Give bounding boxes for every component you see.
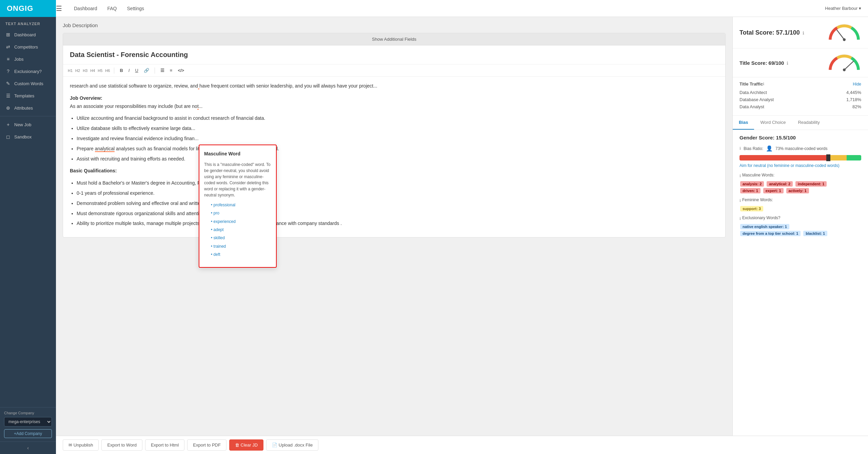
templates-icon: ☰ xyxy=(5,93,11,98)
synonym-adept[interactable]: adept xyxy=(211,226,271,233)
masculine-word-tag-1[interactable]: analysis: 2 xyxy=(740,181,764,187)
highlight-masculine[interactable] xyxy=(198,83,199,89)
show-fields-bar[interactable]: Show Additional Fields xyxy=(63,33,725,45)
masculine-word-tag-3[interactable]: independent: 1 xyxy=(795,181,827,187)
synonym-pro[interactable]: pro xyxy=(211,210,271,216)
sidebar-item-label: New Job xyxy=(14,122,32,127)
italic-button[interactable]: I xyxy=(127,67,131,74)
title-traffic-label: Title Traffic xyxy=(739,81,763,87)
upload-icon: 📄 xyxy=(272,442,277,448)
bias-bar-container xyxy=(739,155,861,160)
logo[interactable]: ONGIG xyxy=(0,0,56,17)
synonym-skilled[interactable]: skilled xyxy=(211,234,271,241)
total-score-label-area: Total Score: 57.1/100 ℹ xyxy=(739,29,804,36)
title-traffic-hide[interactable]: Hide xyxy=(853,82,861,87)
synonym-experienced[interactable]: experienced xyxy=(211,218,271,225)
h5-button[interactable]: H5 xyxy=(98,69,102,73)
exclusionary-info-icon[interactable]: ℹ xyxy=(739,216,741,221)
code-button[interactable]: </> xyxy=(176,67,185,74)
nav-faq[interactable]: FAQ xyxy=(107,6,117,11)
highlight-masculine-2[interactable]: t xyxy=(197,103,199,110)
h4-button[interactable]: H4 xyxy=(90,69,95,73)
list-item: Demonstrated problem solving and effecti… xyxy=(77,200,718,208)
traffic-item-2: Database Analyst 1,718% xyxy=(739,97,861,102)
exclusionary-label: Exclusionary Words? xyxy=(742,215,781,220)
sidebar-collapse-button[interactable]: ‹ xyxy=(0,441,56,454)
sidebar-item-custom-words[interactable]: ✎ Custom Words xyxy=(0,77,56,90)
list-unordered-button[interactable]: ☰ xyxy=(159,67,166,74)
total-score-gauge xyxy=(827,22,861,43)
bias-marker xyxy=(826,154,830,161)
competitors-icon: ⇄ xyxy=(5,44,11,50)
list-item: 0-1 years of professional experience. xyxy=(77,189,718,197)
export-word-button[interactable]: Export to Word xyxy=(101,439,142,451)
nav-dashboard[interactable]: Dashboard xyxy=(74,6,97,11)
synonym-professional[interactable]: professional xyxy=(211,202,271,208)
feminine-info-icon[interactable]: ℹ xyxy=(739,198,741,203)
list-item: Assist with recruiting and training effo… xyxy=(77,155,718,163)
nav-settings[interactable]: Settings xyxy=(127,6,144,11)
traffic-item-3: Data Analyst 82% xyxy=(739,104,861,109)
masculine-word-tag-2[interactable]: analytical: 2 xyxy=(767,181,793,187)
underline-button[interactable]: U xyxy=(134,67,139,74)
content-overview: Job Overview: As an associate your respo… xyxy=(70,94,718,111)
gauge-svg-title xyxy=(827,53,861,73)
unpublish-button[interactable]: ✉ Unpublish xyxy=(63,439,99,451)
tabs-section: Bias Word Choice Readability xyxy=(733,116,868,130)
excl-word-tag-1[interactable]: native english speaker: 1 xyxy=(740,224,789,229)
h3-button[interactable]: H3 xyxy=(83,69,87,73)
toolbar-separator xyxy=(114,68,114,74)
clear-jd-button[interactable]: 🗑 Clear JD xyxy=(229,439,263,451)
feminine-word-tag-1[interactable]: support: 3 xyxy=(740,206,763,211)
sidebar: TEXT ANALYZER ⊞ Dashboard ⇄ Competitors … xyxy=(0,17,56,454)
upload-docx-button[interactable]: 📄 Upload .docx File xyxy=(266,439,318,451)
sidebar-item-sandbox[interactable]: ◻ Sandbox xyxy=(0,131,56,143)
synonym-trained[interactable]: trained xyxy=(211,243,271,250)
masculine-word-tag-4[interactable]: driven: 1 xyxy=(740,188,761,193)
sidebar-item-competitors[interactable]: ⇄ Competitors xyxy=(0,41,56,53)
add-company-button[interactable]: +Add Company xyxy=(4,429,52,438)
excl-word-tag-3[interactable]: blacklist: 1 xyxy=(803,231,827,236)
exclusionary-words-section: ℹ Exclusionary Words? native english spe… xyxy=(739,215,861,237)
sidebar-item-exclusionary[interactable]: ? Exclusionary? xyxy=(0,65,56,77)
bias-ratio-value: 73% masculine-coded words xyxy=(775,146,827,151)
total-score-info-icon[interactable]: ℹ xyxy=(803,31,804,36)
logo-text: ONGIG xyxy=(7,4,33,13)
list-item: Utilize accounting and financial backgro… xyxy=(77,114,718,122)
bold-button[interactable]: B xyxy=(118,67,124,74)
h6-button[interactable]: H6 xyxy=(105,69,110,73)
export-pdf-button[interactable]: Export to PDF xyxy=(187,439,226,451)
tab-readability[interactable]: Readability xyxy=(792,116,826,130)
tab-word-choice[interactable]: Word Choice xyxy=(754,116,792,130)
tab-bias[interactable]: Bias xyxy=(733,116,754,130)
title-score-info-icon[interactable]: ℹ xyxy=(787,61,788,66)
excl-word-tag-2[interactable]: degree from a top tier school: 1 xyxy=(740,231,801,236)
analytical-highlight[interactable]: analytical xyxy=(95,146,115,152)
masculine-word-tag-6[interactable]: actively: 1 xyxy=(786,188,809,193)
sidebar-item-jobs[interactable]: ≡ Jobs xyxy=(0,53,56,65)
sidebar-item-attributes[interactable]: ⊛ Attributes xyxy=(0,102,56,114)
jobs-icon: ≡ xyxy=(5,56,11,62)
hamburger-icon[interactable]: ☰ xyxy=(56,4,62,13)
title-traffic-section: Title Traffic ℹ Hide Data Architect 4,44… xyxy=(733,77,868,116)
list-ordered-button[interactable]: ≡ xyxy=(169,67,174,74)
sidebar-item-dashboard[interactable]: ⊞ Dashboard xyxy=(0,29,56,41)
sidebar-item-new-job[interactable]: + New Job xyxy=(0,118,56,131)
traffic-value-2: 1,718% xyxy=(846,97,861,102)
gauge-svg-total xyxy=(827,22,861,43)
h1-button[interactable]: H1 xyxy=(68,69,73,73)
aim-neutral-link[interactable]: Aim for neutral (no feminine or masculin… xyxy=(739,163,861,168)
masculine-word-tag-5[interactable]: expert: 1 xyxy=(763,188,784,193)
editor-content[interactable]: research and use statistical software to… xyxy=(63,77,725,237)
sidebar-item-templates[interactable]: ☰ Templates xyxy=(0,90,56,102)
company-select[interactable]: mega-enterprises xyxy=(4,417,52,427)
link-button[interactable]: 🔗 xyxy=(142,67,151,74)
user-menu[interactable]: Heather Barbour ▾ xyxy=(825,6,861,11)
synonym-deft[interactable]: deft xyxy=(211,251,271,258)
title-traffic-info[interactable]: ℹ xyxy=(763,82,764,86)
bias-ratio-info[interactable]: ℹ xyxy=(739,146,741,151)
collapse-icon: ‹ xyxy=(27,445,29,451)
masculine-info-icon[interactable]: ℹ xyxy=(739,174,741,178)
h2-button[interactable]: H2 xyxy=(75,69,80,73)
export-html-button[interactable]: Export to Html xyxy=(145,439,184,451)
